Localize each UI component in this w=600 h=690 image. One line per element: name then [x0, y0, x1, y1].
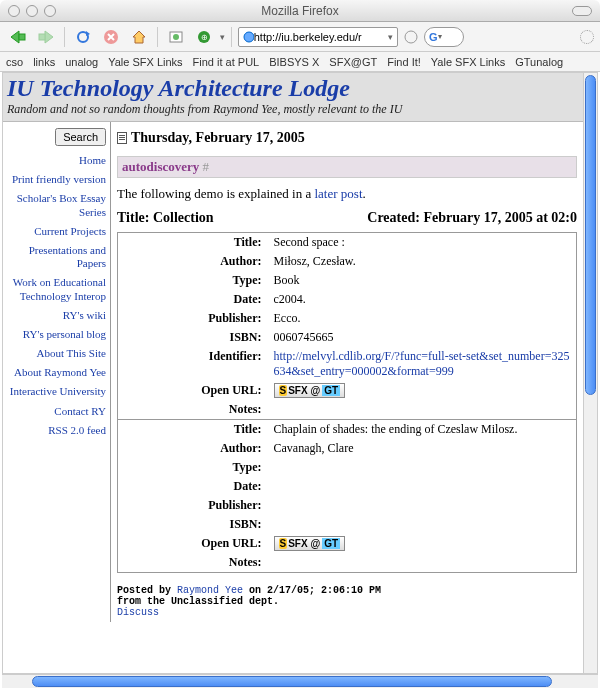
vertical-scrollbar[interactable]	[583, 73, 597, 673]
sfx-badge[interactable]: SSFX @GT	[274, 383, 346, 398]
field-label: Publisher:	[118, 496, 268, 515]
field-label: Date:	[118, 290, 268, 309]
home-button[interactable]	[127, 26, 151, 48]
page-content: IU Technology Architecture Lodge Random …	[3, 73, 583, 673]
later-post-link[interactable]: later post	[314, 186, 362, 201]
field-value	[268, 515, 577, 534]
search-button[interactable]: Search	[55, 128, 106, 146]
post-footer: Posted by Raymond Yee on 2/17/05; 2:06:1…	[117, 585, 577, 618]
bookmark-item[interactable]: links	[33, 56, 55, 68]
field-label: Notes:	[118, 400, 268, 420]
main-column: Thursday, February 17, 2005 autodiscover…	[111, 122, 583, 622]
collection-title: Title: Collection	[117, 210, 214, 226]
field-label: Type:	[118, 271, 268, 290]
google-g-icon: G	[429, 31, 438, 43]
sidebar-link[interactable]: RSS 2.0 feed	[7, 424, 106, 437]
loading-spinner-icon	[580, 30, 594, 44]
field-value: c2004.	[268, 290, 577, 309]
field-label: Identifier:	[118, 347, 268, 381]
blog-title: IU Technology Architecture Lodge	[7, 75, 579, 102]
sidebar-link[interactable]: Scholar's Box Essay Series	[7, 192, 106, 218]
field-value: SSFX @GT	[268, 381, 577, 400]
collection-created: Created: February 17, 2005 at 02:0	[367, 210, 577, 226]
permalink-hash[interactable]: #	[203, 159, 210, 174]
bookmark-item[interactable]: cso	[6, 56, 23, 68]
svg-marker-0	[11, 31, 19, 43]
field-value: http://melvyl.cdlib.org/F/?func=full-set…	[268, 347, 577, 381]
close-window-button[interactable]	[8, 5, 20, 17]
search-bar[interactable]: G▾	[424, 27, 464, 47]
sidebar-link[interactable]: Print friendly version	[7, 173, 106, 186]
blog-subtitle: Random and not so random thoughts from R…	[7, 102, 579, 117]
sidebar-link[interactable]: RY's personal blog	[7, 328, 106, 341]
field-value: Second space :	[268, 233, 577, 253]
author-link[interactable]: Raymond Yee	[177, 585, 243, 596]
browser-toolbar: ⊕ ▾ ▾ G▾	[0, 22, 600, 52]
field-label: Open URL:	[118, 534, 268, 553]
field-value: 0060745665	[268, 328, 577, 347]
url-input[interactable]	[254, 31, 388, 43]
post-title-link[interactable]: autodiscovery	[122, 159, 199, 174]
records-table: Title:Second space : Author:Miłosz, Czes…	[117, 232, 577, 573]
sidebar-link[interactable]: RY's wiki	[7, 309, 106, 322]
bookmark-item[interactable]: GTunalog	[515, 56, 563, 68]
field-label: ISBN:	[118, 328, 268, 347]
minimize-window-button[interactable]	[26, 5, 38, 17]
svg-rect-1	[19, 34, 25, 40]
post-intro: The following demo is explained in a lat…	[117, 186, 577, 202]
field-value: SSFX @GT	[268, 534, 577, 553]
bookmark-item[interactable]: Find it at PUL	[193, 56, 260, 68]
sidebar-link[interactable]: Home	[7, 154, 106, 167]
field-value: Ecco.	[268, 309, 577, 328]
identifier-link[interactable]: http://melvyl.cdlib.org/F/?func=full-set…	[274, 349, 570, 378]
extension-button-2[interactable]: ⊕	[192, 26, 216, 48]
field-value	[268, 496, 577, 515]
blog-header: IU Technology Architecture Lodge Random …	[3, 73, 583, 122]
forward-button[interactable]	[34, 26, 58, 48]
field-label: Type:	[118, 458, 268, 477]
stop-button[interactable]	[99, 26, 123, 48]
horizontal-scroll-thumb[interactable]	[32, 676, 552, 687]
sidebar-link[interactable]: About Raymond Yee	[7, 366, 106, 379]
sidebar-link[interactable]: Current Projects	[7, 225, 106, 238]
url-bar[interactable]: ▾	[238, 27, 398, 47]
reload-button[interactable]	[71, 26, 95, 48]
post-title-bar: autodiscovery #	[117, 156, 577, 178]
post-date: Thursday, February 17, 2005	[117, 130, 577, 146]
sidebar-link[interactable]: Interactive University	[7, 385, 106, 398]
discuss-link[interactable]: Discuss	[117, 607, 159, 618]
bookmark-item[interactable]: BIBSYS X	[269, 56, 319, 68]
extension-button-1[interactable]	[164, 26, 188, 48]
zoom-window-button[interactable]	[44, 5, 56, 17]
sidebar-link[interactable]: Contact RY	[7, 405, 106, 418]
bookmark-item[interactable]: unalog	[65, 56, 98, 68]
field-label: Publisher:	[118, 309, 268, 328]
globe-icon	[243, 31, 254, 43]
bookmark-item[interactable]: Find It!	[387, 56, 421, 68]
svg-point-13	[405, 31, 417, 43]
sidebar-link[interactable]: Presentations and Papers	[7, 244, 106, 270]
back-button[interactable]	[6, 26, 30, 48]
vertical-scroll-thumb[interactable]	[585, 75, 596, 395]
toolbar-toggle-pill[interactable]	[572, 6, 592, 16]
window-title: Mozilla Firefox	[261, 4, 338, 18]
svg-rect-3	[39, 34, 45, 40]
horizontal-scrollbar[interactable]	[2, 674, 598, 688]
footer-dept: from the Unclassified dept.	[117, 596, 279, 607]
sidebar-link[interactable]: About This Site	[7, 347, 106, 360]
sidebar-link[interactable]: Work on Educational Technology Interop	[7, 276, 106, 302]
dropdown-arrow-icon[interactable]: ▾	[220, 32, 225, 42]
svg-text:⊕: ⊕	[201, 33, 208, 42]
intro-text-suffix: .	[363, 186, 366, 201]
post-date-text: Thursday, February 17, 2005	[131, 130, 305, 146]
field-value	[268, 400, 577, 420]
svg-point-12	[244, 32, 254, 42]
field-value	[268, 553, 577, 573]
go-button[interactable]	[402, 26, 420, 48]
field-label: Author:	[118, 252, 268, 271]
bookmark-item[interactable]: Yale SFX Links	[108, 56, 182, 68]
sfx-badge[interactable]: SSFX @GT	[274, 536, 346, 551]
url-dropdown-icon[interactable]: ▾	[388, 32, 393, 42]
bookmark-item[interactable]: Yale SFX Links	[431, 56, 505, 68]
bookmark-item[interactable]: SFX@GT	[329, 56, 377, 68]
